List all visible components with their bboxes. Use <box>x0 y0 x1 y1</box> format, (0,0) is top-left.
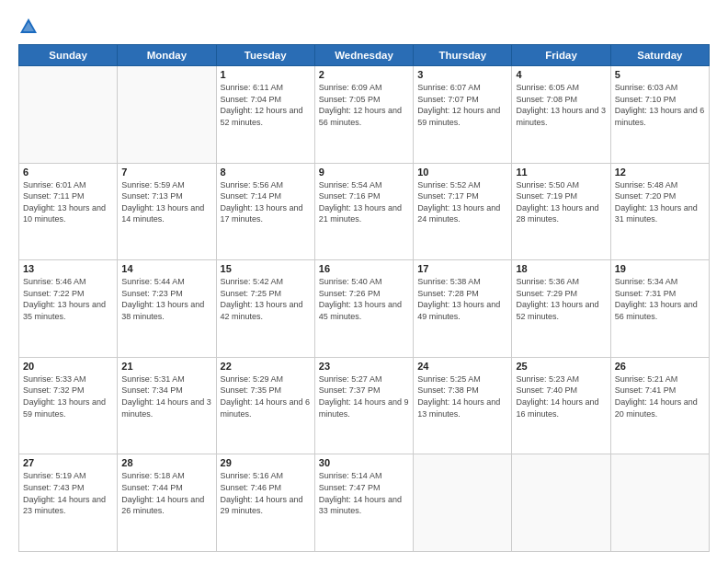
calendar-cell: 30Sunrise: 5:14 AMSunset: 7:47 PMDayligh… <box>314 454 413 552</box>
calendar-cell <box>118 66 216 164</box>
calendar-cell: 28Sunrise: 5:18 AMSunset: 7:44 PMDayligh… <box>118 454 216 552</box>
calendar-cell <box>512 454 610 552</box>
calendar-week-row: 20Sunrise: 5:33 AMSunset: 7:32 PMDayligh… <box>19 357 710 454</box>
cell-day-number: 17 <box>417 263 507 274</box>
cell-info: Sunrise: 5:16 AMSunset: 7:46 PMDaylight:… <box>221 470 311 516</box>
cell-day-number: 1 <box>221 69 311 80</box>
logo-icon <box>18 17 39 37</box>
cell-info: Sunrise: 5:42 AMSunset: 7:25 PMDaylight:… <box>221 276 311 322</box>
cell-info: Sunrise: 5:14 AMSunset: 7:47 PMDaylight:… <box>319 470 409 516</box>
cell-day-number: 16 <box>319 263 409 274</box>
cell-day-number: 29 <box>221 457 311 468</box>
calendar-cell: 4Sunrise: 6:05 AMSunset: 7:08 PMDaylight… <box>512 66 610 164</box>
page: SundayMondayTuesdayWednesdayThursdayFrid… <box>0 0 728 563</box>
calendar-cell <box>414 454 512 552</box>
cell-info: Sunrise: 5:52 AMSunset: 7:17 PMDaylight:… <box>417 179 507 225</box>
calendar-cell: 1Sunrise: 6:11 AMSunset: 7:04 PMDaylight… <box>216 66 314 164</box>
calendar-week-row: 1Sunrise: 6:11 AMSunset: 7:04 PMDaylight… <box>19 66 710 164</box>
calendar-cell: 5Sunrise: 6:03 AMSunset: 7:10 PMDaylight… <box>610 66 709 164</box>
calendar-cell: 25Sunrise: 5:23 AMSunset: 7:40 PMDayligh… <box>512 357 610 454</box>
cell-info: Sunrise: 5:44 AMSunset: 7:23 PMDaylight:… <box>121 276 211 322</box>
cell-day-number: 3 <box>417 69 507 80</box>
calendar-cell: 20Sunrise: 5:33 AMSunset: 7:32 PMDayligh… <box>19 357 118 454</box>
cell-day-number: 19 <box>615 263 705 274</box>
cell-info: Sunrise: 5:23 AMSunset: 7:40 PMDaylight:… <box>516 373 606 419</box>
cell-day-number: 2 <box>319 69 409 80</box>
cell-info: Sunrise: 5:18 AMSunset: 7:44 PMDaylight:… <box>121 470 211 516</box>
calendar-cell: 3Sunrise: 6:07 AMSunset: 7:07 PMDaylight… <box>414 66 512 164</box>
cell-day-number: 15 <box>221 263 311 274</box>
cell-info: Sunrise: 5:27 AMSunset: 7:37 PMDaylight:… <box>319 373 409 419</box>
calendar-cell: 11Sunrise: 5:50 AMSunset: 7:19 PMDayligh… <box>512 163 610 260</box>
calendar-header-row: SundayMondayTuesdayWednesdayThursdayFrid… <box>19 45 710 66</box>
calendar-day-header: Thursday <box>414 45 512 66</box>
cell-day-number: 5 <box>615 69 705 80</box>
calendar-day-header: Saturday <box>610 45 709 66</box>
calendar-cell: 7Sunrise: 5:59 AMSunset: 7:13 PMDaylight… <box>118 163 216 260</box>
cell-info: Sunrise: 5:38 AMSunset: 7:28 PMDaylight:… <box>417 276 507 322</box>
calendar-cell: 17Sunrise: 5:38 AMSunset: 7:28 PMDayligh… <box>414 260 512 358</box>
cell-day-number: 26 <box>615 361 705 372</box>
calendar-cell: 9Sunrise: 5:54 AMSunset: 7:16 PMDaylight… <box>314 163 413 260</box>
cell-info: Sunrise: 5:25 AMSunset: 7:38 PMDaylight:… <box>417 373 507 419</box>
cell-info: Sunrise: 5:19 AMSunset: 7:43 PMDaylight:… <box>23 470 113 516</box>
cell-day-number: 14 <box>121 263 211 274</box>
calendar-cell: 23Sunrise: 5:27 AMSunset: 7:37 PMDayligh… <box>314 357 413 454</box>
cell-info: Sunrise: 5:50 AMSunset: 7:19 PMDaylight:… <box>516 179 606 225</box>
cell-day-number: 20 <box>23 361 113 372</box>
calendar-table: SundayMondayTuesdayWednesdayThursdayFrid… <box>18 44 710 552</box>
calendar-cell: 10Sunrise: 5:52 AMSunset: 7:17 PMDayligh… <box>414 163 512 260</box>
cell-info: Sunrise: 5:31 AMSunset: 7:34 PMDaylight:… <box>121 373 211 419</box>
calendar-cell <box>610 454 709 552</box>
cell-info: Sunrise: 5:59 AMSunset: 7:13 PMDaylight:… <box>121 179 211 225</box>
calendar-cell: 18Sunrise: 5:36 AMSunset: 7:29 PMDayligh… <box>512 260 610 358</box>
cell-info: Sunrise: 6:07 AMSunset: 7:07 PMDaylight:… <box>417 82 507 128</box>
header <box>18 17 710 37</box>
calendar-day-header: Wednesday <box>314 45 413 66</box>
cell-info: Sunrise: 6:11 AMSunset: 7:04 PMDaylight:… <box>221 82 311 128</box>
cell-info: Sunrise: 5:48 AMSunset: 7:20 PMDaylight:… <box>615 179 705 225</box>
calendar-cell: 29Sunrise: 5:16 AMSunset: 7:46 PMDayligh… <box>216 454 314 552</box>
calendar-week-row: 6Sunrise: 6:01 AMSunset: 7:11 PMDaylight… <box>19 163 710 260</box>
calendar-day-header: Tuesday <box>216 45 314 66</box>
calendar-cell: 16Sunrise: 5:40 AMSunset: 7:26 PMDayligh… <box>314 260 413 358</box>
cell-info: Sunrise: 5:36 AMSunset: 7:29 PMDaylight:… <box>516 276 606 322</box>
logo <box>18 17 42 37</box>
calendar-cell: 14Sunrise: 5:44 AMSunset: 7:23 PMDayligh… <box>118 260 216 358</box>
cell-day-number: 12 <box>615 167 705 178</box>
cell-info: Sunrise: 5:33 AMSunset: 7:32 PMDaylight:… <box>23 373 113 419</box>
cell-info: Sunrise: 5:46 AMSunset: 7:22 PMDaylight:… <box>23 276 113 322</box>
calendar-cell: 6Sunrise: 6:01 AMSunset: 7:11 PMDaylight… <box>19 163 118 260</box>
cell-info: Sunrise: 6:09 AMSunset: 7:05 PMDaylight:… <box>319 82 409 128</box>
calendar-cell: 2Sunrise: 6:09 AMSunset: 7:05 PMDaylight… <box>314 66 413 164</box>
cell-day-number: 24 <box>417 361 507 372</box>
cell-info: Sunrise: 6:03 AMSunset: 7:10 PMDaylight:… <box>615 82 705 128</box>
calendar-cell: 8Sunrise: 5:56 AMSunset: 7:14 PMDaylight… <box>216 163 314 260</box>
cell-day-number: 27 <box>23 457 113 468</box>
cell-info: Sunrise: 5:56 AMSunset: 7:14 PMDaylight:… <box>221 179 311 225</box>
cell-info: Sunrise: 5:29 AMSunset: 7:35 PMDaylight:… <box>221 373 311 419</box>
cell-info: Sunrise: 5:21 AMSunset: 7:41 PMDaylight:… <box>615 373 705 419</box>
calendar-cell: 27Sunrise: 5:19 AMSunset: 7:43 PMDayligh… <box>19 454 118 552</box>
cell-day-number: 13 <box>23 263 113 274</box>
cell-info: Sunrise: 5:34 AMSunset: 7:31 PMDaylight:… <box>615 276 705 322</box>
cell-day-number: 25 <box>516 361 606 372</box>
calendar-cell: 13Sunrise: 5:46 AMSunset: 7:22 PMDayligh… <box>19 260 118 358</box>
cell-day-number: 6 <box>23 167 113 178</box>
calendar-cell: 22Sunrise: 5:29 AMSunset: 7:35 PMDayligh… <box>216 357 314 454</box>
calendar-cell: 15Sunrise: 5:42 AMSunset: 7:25 PMDayligh… <box>216 260 314 358</box>
cell-day-number: 7 <box>121 167 211 178</box>
cell-day-number: 9 <box>319 167 409 178</box>
cell-day-number: 18 <box>516 263 606 274</box>
cell-day-number: 22 <box>221 361 311 372</box>
cell-day-number: 11 <box>516 167 606 178</box>
calendar-week-row: 13Sunrise: 5:46 AMSunset: 7:22 PMDayligh… <box>19 260 710 358</box>
calendar-cell: 19Sunrise: 5:34 AMSunset: 7:31 PMDayligh… <box>610 260 709 358</box>
calendar-cell: 24Sunrise: 5:25 AMSunset: 7:38 PMDayligh… <box>414 357 512 454</box>
calendar-cell: 26Sunrise: 5:21 AMSunset: 7:41 PMDayligh… <box>610 357 709 454</box>
cell-info: Sunrise: 5:54 AMSunset: 7:16 PMDaylight:… <box>319 179 409 225</box>
cell-info: Sunrise: 5:40 AMSunset: 7:26 PMDaylight:… <box>319 276 409 322</box>
calendar-day-header: Monday <box>118 45 216 66</box>
cell-day-number: 21 <box>121 361 211 372</box>
cell-day-number: 4 <box>516 69 606 80</box>
